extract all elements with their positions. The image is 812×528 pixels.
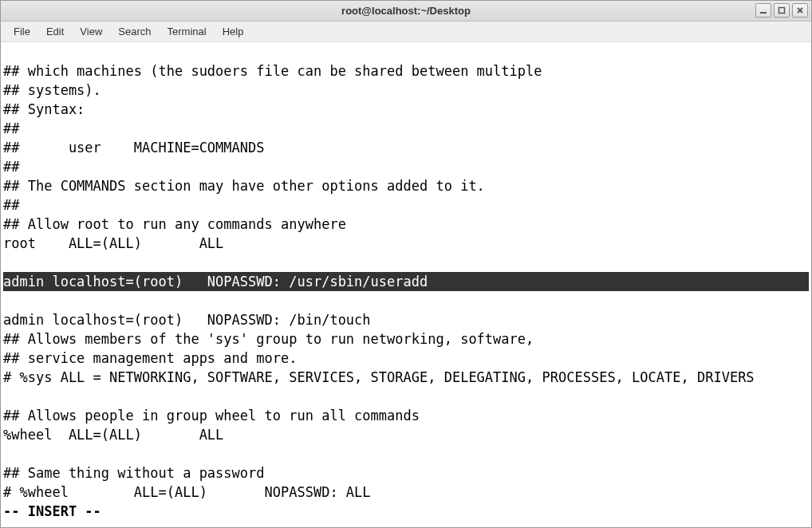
terminal-line: # %sys ALL = NETWORKING, SOFTWARE, SERVI… bbox=[3, 369, 755, 385]
menubar: File Edit View Search Terminal Help bbox=[1, 22, 811, 42]
menu-view[interactable]: View bbox=[72, 22, 110, 41]
window-title: root@localhost:~/Desktop bbox=[341, 5, 471, 17]
terminal-line: ## Allow root to run any commands anywhe… bbox=[3, 216, 346, 232]
menu-edit[interactable]: Edit bbox=[38, 22, 72, 41]
maximize-button[interactable] bbox=[774, 3, 790, 18]
terminal-line: ## service management apps and more. bbox=[3, 350, 297, 366]
terminal-line: ## bbox=[3, 197, 19, 213]
window-titlebar: root@localhost:~/Desktop bbox=[1, 1, 811, 22]
terminal-line-highlighted: admin localhost=(root) NOPASSWD: /usr/sb… bbox=[3, 272, 809, 291]
maximize-icon bbox=[778, 6, 786, 14]
terminal-line: ## The COMMANDS section may have other o… bbox=[3, 178, 485, 194]
close-icon bbox=[796, 6, 804, 14]
terminal-line: ## user MACHINE=COMMANDS bbox=[3, 140, 265, 156]
terminal-line: ## Allows people in group wheel to run a… bbox=[3, 408, 420, 424]
menu-search[interactable]: Search bbox=[110, 22, 159, 41]
terminal-line: ## bbox=[3, 159, 19, 175]
menu-terminal[interactable]: Terminal bbox=[160, 22, 215, 41]
terminal-line: %wheel ALL=(ALL) ALL bbox=[3, 427, 223, 443]
vim-status-line: -- INSERT -- bbox=[3, 503, 101, 519]
terminal-line: ## systems). bbox=[3, 82, 101, 98]
terminal-line: ## Same thing without a password bbox=[3, 465, 265, 481]
terminal-line: root ALL=(ALL) ALL bbox=[3, 235, 223, 251]
terminal-line: ## Syntax: bbox=[3, 101, 85, 117]
terminal-line: # %wheel ALL=(ALL) NOPASSWD: ALL bbox=[3, 484, 371, 500]
minimize-button[interactable] bbox=[755, 3, 771, 18]
menu-file[interactable]: File bbox=[6, 22, 38, 41]
terminal-line: ## which machines (the sudoers file can … bbox=[3, 63, 542, 79]
minimize-icon bbox=[759, 6, 767, 14]
terminal-line: ## Allows members of the 'sys' group to … bbox=[3, 331, 534, 347]
svg-rect-1 bbox=[779, 8, 785, 14]
window-controls bbox=[755, 3, 808, 18]
menu-help[interactable]: Help bbox=[215, 22, 252, 41]
terminal-line: ## bbox=[3, 120, 19, 136]
close-button[interactable] bbox=[792, 3, 808, 18]
terminal-line: admin localhost=(root) NOPASSWD: /bin/to… bbox=[3, 312, 371, 328]
terminal-window: root@localhost:~/Desktop File Edit View … bbox=[0, 0, 812, 528]
terminal-content[interactable]: ## which machines (the sudoers file can … bbox=[1, 42, 811, 527]
